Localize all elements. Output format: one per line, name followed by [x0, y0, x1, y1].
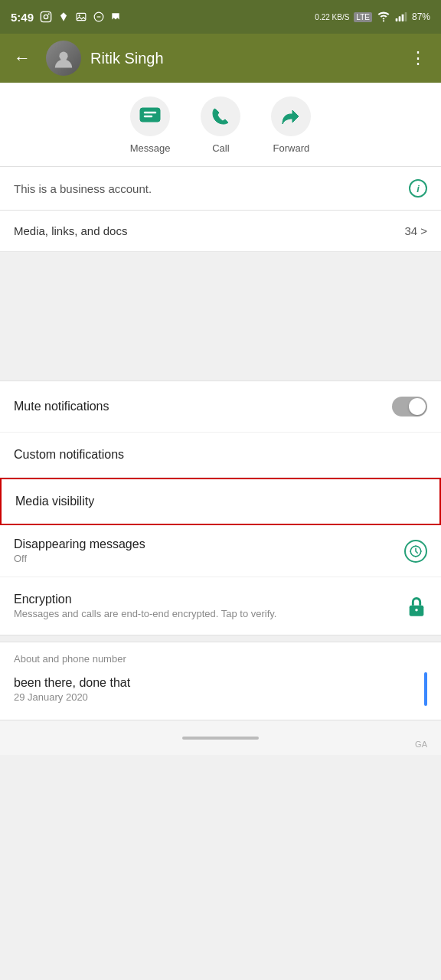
- svg-point-7: [383, 20, 384, 21]
- avatar-image: [53, 47, 74, 69]
- wifi-icon: [377, 11, 390, 22]
- svg-rect-8: [396, 18, 398, 21]
- lock-icon: [406, 596, 427, 617]
- call-label: Call: [212, 142, 229, 154]
- bottom-handle: [182, 737, 259, 740]
- disappearing-messages-label: Disappearing messages: [14, 537, 145, 551]
- info-icon[interactable]: i: [409, 179, 427, 198]
- forward-label: Forward: [273, 142, 310, 154]
- battery: 87%: [412, 11, 430, 22]
- custom-notifications-label: Custom notifications: [14, 448, 124, 462]
- mute-notifications-row[interactable]: Mute notifications: [0, 381, 441, 433]
- message-action[interactable]: Message: [130, 96, 171, 154]
- bottom-label: GA: [415, 740, 427, 749]
- settings-section: Mute notifications Custom notifications …: [0, 381, 441, 635]
- svg-rect-11: [405, 12, 407, 21]
- about-section-title: About and phone number: [14, 653, 427, 665]
- encryption-text: Encryption Messages and calls are end-to…: [14, 593, 406, 619]
- encryption-label: Encryption: [14, 593, 397, 606]
- svg-rect-10: [402, 15, 404, 21]
- mute-notifications-toggle[interactable]: [392, 397, 427, 416]
- message-label: Message: [130, 142, 171, 154]
- svg-rect-13: [140, 108, 160, 122]
- custom-notifications-row[interactable]: Custom notifications: [0, 433, 441, 478]
- network-type: LTE: [354, 12, 372, 22]
- svg-point-18: [415, 608, 418, 611]
- call-icon: [211, 106, 230, 126]
- about-section: About and phone number been there, done …: [0, 642, 441, 720]
- header: ← Ritik Singh ⋮: [0, 34, 441, 83]
- network-speed: 0.22 KB/S: [315, 13, 349, 21]
- forward-icon: [280, 107, 302, 126]
- forward-action[interactable]: Forward: [271, 96, 311, 154]
- svg-point-1: [44, 15, 47, 18]
- business-account-text: This is a business account.: [14, 182, 152, 195]
- svg-point-4: [79, 15, 80, 16]
- media-visibility-label: Media visibility: [15, 495, 94, 508]
- svg-rect-3: [77, 13, 86, 20]
- dnd-icon: [93, 11, 104, 22]
- status-right: 0.22 KB/S LTE 87%: [315, 11, 430, 22]
- status-bar: 5:49 0.22 KB/S LTE: [0, 0, 441, 34]
- about-name: been there, done that: [14, 676, 130, 690]
- svg-point-2: [48, 13, 50, 15]
- status-time: 5:49: [11, 11, 34, 24]
- back-button[interactable]: ←: [8, 45, 37, 71]
- avatar[interactable]: [46, 41, 81, 76]
- svg-rect-0: [41, 11, 51, 21]
- media-links-count: 34 >: [404, 224, 427, 237]
- action-buttons-section: Message Call Forward: [0, 83, 441, 167]
- lock-svg: [406, 596, 427, 617]
- spacer: [0, 258, 441, 381]
- toggle-thumb: [409, 398, 426, 415]
- location-icon: [58, 11, 69, 23]
- media-links-row[interactable]: Media, links, and docs 34 >: [0, 211, 441, 252]
- mute-notifications-label: Mute notifications: [14, 400, 109, 413]
- contact-name: Ritik Singh: [90, 50, 394, 67]
- about-date: 29 January 2020: [14, 691, 130, 703]
- menu-button[interactable]: ⋮: [403, 45, 433, 71]
- image-icon: [75, 11, 87, 22]
- svg-point-12: [59, 52, 67, 60]
- forward-icon-circle: [271, 96, 311, 136]
- message-icon: [139, 107, 161, 126]
- about-row: been there, done that 29 January 2020: [14, 672, 427, 706]
- business-account-row: This is a business account. i: [0, 167, 441, 211]
- status-left: 5:49: [11, 11, 121, 24]
- svg-rect-9: [399, 16, 401, 21]
- disappearing-messages-value: Off: [14, 553, 145, 564]
- disappearing-messages-icon: [404, 540, 427, 563]
- notification-icon: [110, 11, 121, 23]
- call-icon-circle: [201, 96, 240, 136]
- clock-svg: [409, 544, 423, 558]
- about-info: been there, done that 29 January 2020: [14, 676, 130, 703]
- media-visibility-row[interactable]: Media visibility: [0, 478, 441, 525]
- signal-icon: [395, 11, 407, 22]
- about-bar-indicator: [424, 672, 427, 706]
- media-links-label: Media, links, and docs: [14, 224, 127, 237]
- bottom-bar: GA: [0, 720, 441, 755]
- encryption-row[interactable]: Encryption Messages and calls are end-to…: [0, 577, 441, 635]
- call-action[interactable]: Call: [201, 96, 240, 154]
- instagram-icon: [40, 11, 52, 23]
- encryption-sublabel: Messages and calls are end-to-end encryp…: [14, 608, 397, 619]
- disappearing-messages-text: Disappearing messages Off: [14, 537, 145, 564]
- disappearing-messages-row[interactable]: Disappearing messages Off: [0, 525, 441, 577]
- message-icon-circle: [130, 96, 170, 136]
